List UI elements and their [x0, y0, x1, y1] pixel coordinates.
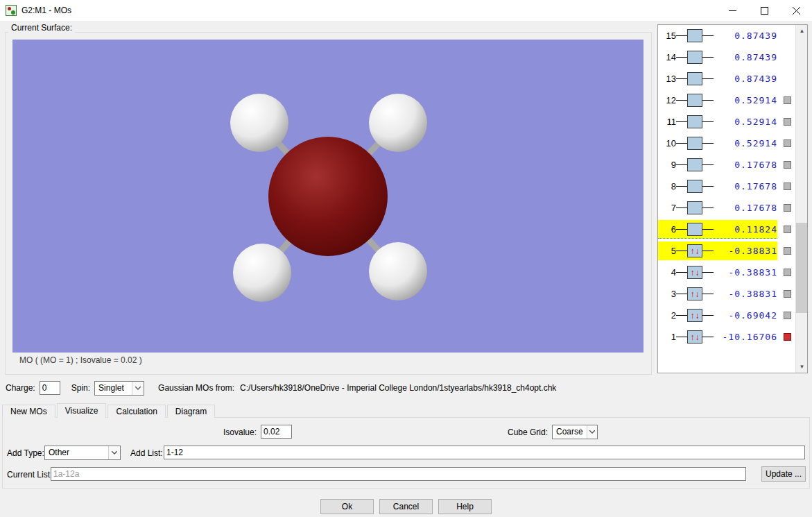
isovalue-input[interactable] — [261, 425, 292, 439]
mo-level-row[interactable]: 5↑↓-0.38831 — [658, 240, 795, 262]
spin-select[interactable]: Singlet — [94, 381, 144, 396]
mo-visible-checkbox[interactable] — [784, 139, 791, 147]
mo-level[interactable]: 3↑↓-0.38831 — [658, 285, 777, 303]
mo-visible-checkbox[interactable] — [784, 226, 791, 233]
mo-level[interactable]: 5↑↓-0.38831 — [658, 241, 777, 260]
mo-level-box[interactable]: ↑↓ — [687, 266, 702, 279]
mo-level-row[interactable]: 4↑↓-0.38831 — [658, 262, 795, 283]
carbon-atom[interactable] — [268, 137, 388, 256]
app-icon — [6, 5, 17, 16]
mo-level-box[interactable]: ↑↓ — [687, 309, 702, 322]
mo-visible-checkbox[interactable] — [784, 161, 791, 169]
add-type-select[interactable]: Other — [44, 446, 121, 460]
maximize-icon[interactable] — [748, 0, 780, 21]
mo-level-row[interactable]: 3↑↓-0.38831 — [658, 283, 795, 305]
mo-level-box[interactable]: ↑↓ — [687, 244, 702, 257]
add-list-input[interactable] — [164, 446, 805, 459]
level-line — [702, 143, 714, 144]
hydrogen-atom[interactable] — [369, 94, 427, 152]
molecule-3d-view[interactable] — [12, 40, 643, 353]
scroll-down-icon[interactable]: ▼ — [796, 361, 808, 373]
mo-level[interactable]: 80.17678 — [658, 177, 777, 196]
tab-diagram[interactable]: Diagram — [167, 405, 215, 418]
mo-level-row[interactable]: 130.87439 — [658, 68, 795, 90]
hydrogen-atom[interactable] — [369, 242, 427, 300]
mo-level-box[interactable] — [687, 158, 702, 171]
mo-level[interactable]: 120.52914 — [658, 91, 777, 110]
mo-level-box[interactable] — [687, 72, 702, 85]
mo-level-row[interactable]: 100.52914 — [658, 133, 795, 154]
mo-visible-checkbox[interactable] — [784, 96, 791, 104]
mo-level-row[interactable]: 1↑↓-10.16706 — [658, 326, 795, 348]
mo-checkbox-slot — [780, 226, 794, 233]
mo-visible-checkbox[interactable] — [784, 333, 791, 341]
mo-level[interactable]: 100.52914 — [658, 134, 777, 153]
mo-level-row[interactable]: 140.87439 — [658, 46, 795, 68]
cube-grid-select[interactable]: Coarse — [552, 425, 598, 439]
tab-calculation[interactable]: Calculation — [107, 405, 165, 418]
mo-level[interactable]: 150.87439 — [658, 26, 777, 45]
mo-level-row[interactable]: 120.52914 — [658, 90, 795, 111]
mo-energy-value: 0.11824 — [715, 224, 777, 235]
update-button[interactable]: Update ... — [761, 466, 806, 482]
scrollbar-thumb[interactable] — [796, 223, 807, 313]
mo-visible-checkbox[interactable] — [784, 290, 791, 298]
mo-level-box[interactable] — [687, 94, 702, 107]
mo-level[interactable]: 70.17678 — [658, 198, 777, 217]
mo-level[interactable]: 2↑↓-0.69042 — [658, 306, 777, 325]
level-line — [676, 164, 687, 165]
hydrogen-atom[interactable] — [233, 244, 291, 302]
mo-visible-checkbox[interactable] — [784, 247, 791, 255]
minimize-icon[interactable] — [716, 0, 748, 21]
mo-visible-checkbox[interactable] — [784, 204, 791, 212]
mo-visible-checkbox[interactable] — [784, 183, 791, 190]
mo-visible-checkbox[interactable] — [784, 269, 791, 276]
mo-level-row[interactable]: 150.87439 — [658, 25, 795, 46]
mo-level[interactable]: 60.11824 — [658, 220, 777, 239]
mo-checkbox-slot — [780, 269, 794, 276]
chevron-down-icon[interactable] — [132, 382, 144, 395]
mo-number: 3 — [661, 289, 676, 299]
mo-level-row[interactable]: 80.17678 — [658, 176, 795, 197]
mo-level[interactable]: 90.17678 — [658, 155, 777, 174]
mo-level[interactable]: 4↑↓-0.38831 — [658, 263, 777, 282]
chevron-down-icon[interactable] — [587, 425, 597, 439]
level-line — [676, 121, 687, 122]
cancel-button[interactable]: Cancel — [379, 499, 433, 514]
mo-level-box[interactable] — [687, 29, 702, 42]
chevron-down-icon[interactable] — [108, 446, 120, 459]
mo-level-row[interactable]: 110.52914 — [658, 111, 795, 133]
mo-level-box[interactable] — [687, 223, 702, 236]
help-button[interactable]: Help — [438, 499, 492, 514]
hydrogen-atom[interactable] — [230, 94, 288, 152]
charge-input[interactable] — [40, 381, 60, 395]
mo-level-box[interactable] — [687, 51, 702, 64]
level-line — [702, 78, 714, 79]
mo-level-box[interactable] — [687, 137, 702, 150]
scroll-up-icon[interactable]: ▲ — [796, 25, 808, 37]
mo-level-box[interactable] — [687, 115, 702, 128]
mo-level-row[interactable]: 2↑↓-0.69042 — [658, 305, 795, 326]
mo-level[interactable]: 140.87439 — [658, 48, 777, 67]
level-line — [702, 100, 714, 101]
current-list-input[interactable] — [51, 467, 746, 481]
mo-level-row[interactable]: 90.17678 — [658, 154, 795, 176]
level-line — [676, 207, 687, 208]
mo-level-row[interactable]: 70.17678 — [658, 197, 795, 219]
mo-visible-checkbox[interactable] — [784, 312, 791, 319]
mo-level[interactable]: 1↑↓-10.16706 — [658, 328, 777, 346]
mo-level-box[interactable] — [687, 180, 702, 193]
mo-panel-scrollbar[interactable]: ▲ ▼ — [795, 25, 807, 373]
close-icon[interactable] — [780, 0, 812, 21]
mo-level-box[interactable]: ↑↓ — [687, 287, 702, 300]
tab-new-mos[interactable]: New MOs — [2, 405, 55, 418]
mo-level-box[interactable]: ↑↓ — [687, 330, 702, 344]
electron-down-arrow: ↓ — [696, 312, 700, 320]
mo-level-box[interactable] — [687, 201, 702, 214]
ok-button[interactable]: Ok — [320, 499, 374, 514]
mo-level[interactable]: 130.87439 — [658, 69, 777, 88]
mo-level-row[interactable]: 60.11824 — [658, 219, 795, 240]
tab-visualize[interactable]: Visualize — [57, 403, 107, 418]
mo-visible-checkbox[interactable] — [784, 118, 791, 126]
mo-level[interactable]: 110.52914 — [658, 112, 777, 131]
